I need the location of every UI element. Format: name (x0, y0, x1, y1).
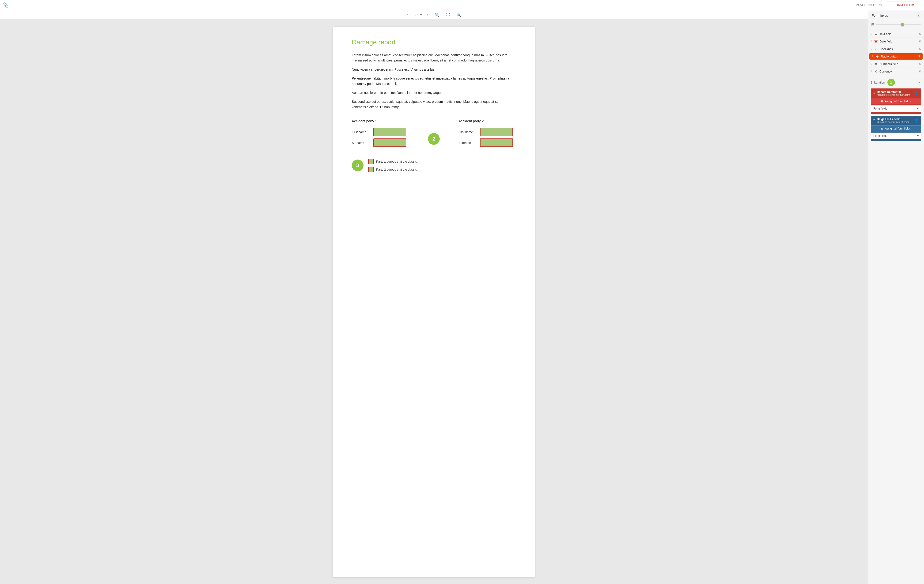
assignee-helga-header: ⠿ Helga HR-Leiterin <helga.hr-leiterin@x… (871, 116, 921, 125)
party-1-title: Accident party 1 (352, 119, 409, 123)
party2-surname-row: Surname (459, 139, 516, 147)
assignee-renate-info: Renate Referentin <renate.referentin@xit… (877, 90, 912, 96)
party2-firstname-input[interactable] (480, 127, 513, 136)
checkbox-row-2: Party 2 agrees that the data is... (368, 167, 419, 172)
currency-field-gear[interactable]: ⚙ (919, 69, 922, 73)
doc-scroll: Damage report Lorem ipsum dolor sit amet… (0, 20, 868, 584)
page-number: 1 / 1 (413, 13, 419, 17)
checkbox-field-label: Checkbox (879, 47, 917, 51)
party1-surname-input[interactable] (373, 139, 406, 147)
fullscreen-button[interactable]: ⛶ (445, 12, 451, 18)
text-field-label: Text field (879, 32, 917, 36)
checkbox-label-2: Party 2 agrees that the data is... (376, 168, 419, 171)
numbers-field-label: Numbers field (879, 62, 917, 66)
form-fields-dropdown-helga[interactable]: Form fields ▾ (871, 132, 921, 139)
accident-party-2: Accident party 2 First name Surname (459, 119, 516, 149)
divider-4 (868, 60, 924, 60)
assignee-card-helga: ⠿ Helga HR-Leiterin <helga.hr-leiterin@x… (871, 116, 921, 141)
panel-title: Form fields (872, 13, 888, 17)
accident-section: Accident party 1 First name Surname 2 (352, 119, 516, 149)
tab-placeholders[interactable]: PLACEHOLDERS (850, 1, 888, 9)
checkbox-field-gear[interactable]: ⚙ (919, 47, 922, 51)
attachment-icon: 📎 (3, 2, 9, 8)
text-field-gear[interactable]: ⚙ (919, 32, 922, 36)
iteration-left: 1. iteration 1 (871, 79, 895, 86)
field-item-radio[interactable]: ⠿ ⊙ Radio button ⚙ (870, 53, 922, 60)
assignee-drag-helga: ⠿ (873, 119, 875, 122)
field-item-text[interactable]: ⠿ ▲ Text field ⚙ (868, 31, 924, 37)
assignee-renate-header: ⠿ Renate Referentin <renate.referentin@x… (871, 88, 921, 98)
slider-thumb (901, 23, 904, 26)
page-info: 1 / 1 ▾ (413, 13, 422, 17)
drag-handle-currency: ⠿ (870, 70, 873, 73)
assign-icon-helga: ⊞ (881, 127, 883, 130)
checkbox-field-icon: ☑ (874, 47, 878, 51)
drag-handle-numbers: ⠿ (870, 63, 873, 66)
checkbox-1[interactable] (368, 159, 374, 164)
party1-firstname-input[interactable] (373, 127, 406, 136)
form-fields-label-helga: Form fields (873, 134, 887, 137)
right-panel: Form fields ▲ ⊞ ⠿ ▲ Text field ⚙ ⠿ 📅 (868, 10, 924, 584)
iteration-number-badge: 1 (888, 79, 895, 86)
form-fields-label-renate: Form fields (873, 107, 887, 110)
doc-title: Damage report (352, 38, 516, 46)
party-2-title: Accident party 2 (459, 119, 516, 123)
grid-controls: ⊞ (868, 20, 924, 29)
document-page: Damage report Lorem ipsum dolor sit amet… (333, 27, 535, 577)
doc-paragraph-3: Pellentesque habitant morbi tristique se… (352, 76, 516, 86)
grid-icon: ⊞ (871, 22, 874, 27)
drag-handle-date: ⠿ (870, 40, 873, 43)
party1-firstname-label: First name (352, 130, 371, 134)
currency-field-label: Currency (879, 69, 917, 73)
date-field-gear[interactable]: ⚙ (919, 40, 922, 43)
checkbox-section: 3 Party 1 agrees that the data is... Par… (352, 159, 516, 172)
page-dropdown-arrow[interactable]: ▾ (420, 13, 422, 17)
panel-header: Form fields ▲ (868, 10, 924, 20)
radio-field-gear[interactable]: ⚙ (917, 55, 920, 58)
main-layout: ‹ 1 / 1 ▾ › 🔍 ⛶ 🔍 Damage report Lorem ip… (0, 10, 924, 584)
divider-2 (868, 45, 924, 45)
party2-surname-input[interactable] (480, 139, 513, 147)
currency-field-icon: € (874, 69, 878, 73)
doc-toolbar: ‹ 1 / 1 ▾ › 🔍 ⛶ 🔍 (0, 10, 868, 20)
tab-form-fields[interactable]: FORM FIELDS (888, 1, 921, 9)
numbers-field-gear[interactable]: ⚙ (919, 62, 922, 66)
assignee-helga-avatar: 👤 (914, 118, 919, 123)
party1-surname-label: Surname (352, 141, 371, 144)
checkbox-label-1: Party 1 agrees that the data is... (376, 160, 419, 163)
iteration-collapse-icon[interactable]: ▲ (918, 81, 921, 84)
form-fields-dropdown-renate[interactable]: Form fields ▾ (871, 105, 921, 112)
drag-handle-checkbox: ⠿ (870, 47, 873, 51)
assignee-drag-renate: ⠿ (873, 92, 875, 95)
prev-page-button[interactable]: ‹ (405, 12, 409, 18)
checkbox-items: Party 1 agrees that the data is... Party… (368, 159, 419, 172)
date-field-label: Date field (879, 40, 917, 43)
assignee-helga-email: <helga.hr-leiterin@xitrust.com> (877, 121, 912, 123)
doc-paragraph-2: Nunc viverra imperdiet enim. Fusce est. … (352, 67, 516, 72)
field-item-date[interactable]: ⠿ 📅 Date field ⚙ (868, 38, 924, 45)
assign-btn-renate[interactable]: ⊞ Assign all form fields (871, 98, 921, 104)
drag-handle-radio: ⠿ (872, 55, 874, 58)
field-item-currency[interactable]: ⠿ € Currency ⚙ (868, 68, 924, 74)
field-item-checkbox[interactable]: ⠿ ☑ Checkbox ⚙ (868, 46, 924, 52)
iteration-header: 1. iteration 1 ▲ (871, 79, 921, 86)
zoom-out-button[interactable]: 🔍 (455, 12, 462, 18)
assignee-card-renate: ⠿ Renate Referentin <renate.referentin@x… (871, 88, 921, 114)
panel-collapse-icon[interactable]: ▲ (917, 14, 920, 17)
zoom-in-button[interactable]: 🔍 (433, 12, 441, 18)
divider-5 (868, 68, 924, 68)
field-item-numbers[interactable]: ⠿ ≡ Numbers field ⚙ (868, 61, 924, 67)
text-field-icon: ▲ (874, 32, 878, 36)
date-field-icon: 📅 (874, 40, 878, 43)
grid-slider[interactable] (876, 24, 921, 25)
doc-paragraph-1: Lorem ipsum dolor sit amet, consectetuer… (352, 53, 516, 63)
assignee-helga-info: Helga HR-Leiterin <helga.hr-leiterin@xit… (877, 117, 912, 123)
nav-tabs: PLACEHOLDERS FORM FIELDS (850, 1, 921, 9)
next-page-button[interactable]: › (426, 12, 430, 18)
checkbox-2[interactable] (368, 167, 374, 172)
party2-firstname-row: First name (459, 127, 516, 136)
field-items-list: ⠿ ▲ Text field ⚙ ⠿ 📅 Date field ⚙ ⠿ ☑ Ch… (868, 29, 924, 76)
party2-firstname-label: First name (459, 130, 477, 134)
assign-btn-helga[interactable]: ⊞ Assign all form fields (871, 125, 921, 132)
radio-field-label: Radio button (881, 55, 916, 58)
